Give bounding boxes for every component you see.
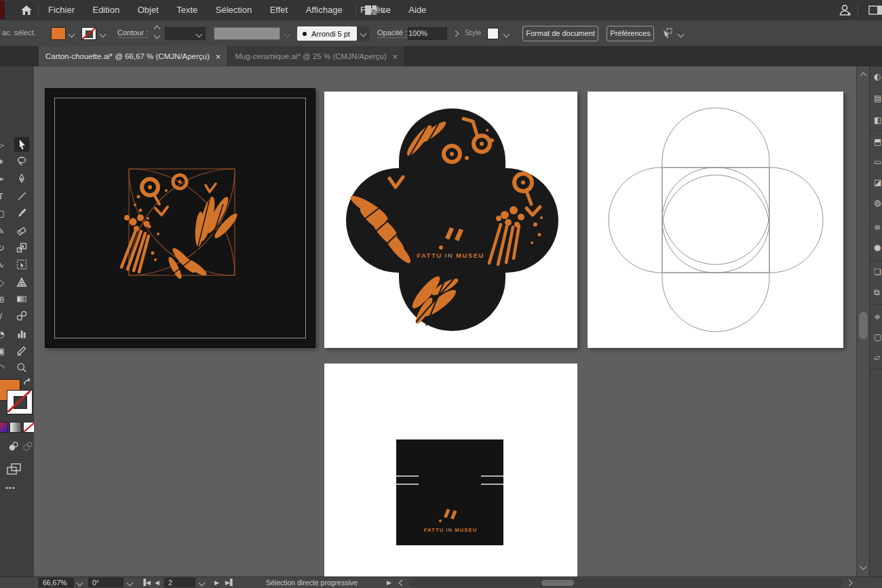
appearance-panel-icon[interactable]: ≡ <box>874 222 882 233</box>
opacity-label[interactable]: Opacité : <box>377 28 407 38</box>
transparency-panel-icon[interactable]: ◍ <box>874 198 882 209</box>
preferences-button[interactable]: Préférences <box>607 26 654 41</box>
artboard-1-carton-front[interactable] <box>45 88 315 348</box>
gradient-tool[interactable] <box>14 292 29 307</box>
stroke-color-swatch[interactable] <box>81 27 96 40</box>
fill-color-swatch[interactable] <box>51 27 66 40</box>
layers-panel-icon[interactable]: ❏ <box>874 267 882 278</box>
artboard-number-field[interactable]: 2 <box>164 578 195 587</box>
swatches-panel-icon[interactable]: ▤ <box>874 94 882 104</box>
scroll-up-icon[interactable] <box>860 73 867 79</box>
edit-toolbar-button[interactable]: ••• <box>5 484 16 492</box>
panel-toggle-icon[interactable] <box>868 5 882 18</box>
shape-builder-tool[interactable]: ◇ <box>0 275 8 290</box>
zoom-level-field[interactable]: 66,67% <box>39 578 74 587</box>
type-tool[interactable]: T <box>0 189 8 203</box>
horizontal-scrollbar[interactable] <box>408 579 843 587</box>
status-options-icon[interactable]: ▶ <box>387 577 391 588</box>
artboard-3-box-dieline[interactable] <box>588 92 843 348</box>
width-tool[interactable]: ∿ <box>0 257 8 272</box>
style-chevron-icon[interactable] <box>503 31 510 38</box>
brush-chevron-button[interactable] <box>357 26 370 41</box>
paintbrush-tool[interactable] <box>14 205 29 220</box>
next-artboard-icon[interactable]: ▶ <box>214 577 219 588</box>
tab-close-icon[interactable]: × <box>216 52 221 61</box>
color-mode-button[interactable] <box>0 422 8 433</box>
color-panel-icon[interactable]: ◐ <box>874 72 882 83</box>
hscroll-right-icon[interactable] <box>846 580 853 587</box>
contour-label[interactable]: Contour : <box>117 28 148 38</box>
hand-tool[interactable]: ◠ <box>0 360 8 375</box>
hscroll-left-icon[interactable] <box>399 580 406 587</box>
gradient-mode-button[interactable] <box>9 422 22 433</box>
transform-panel-icon[interactable]: ▱ <box>874 353 882 364</box>
artboard-2-box-printed[interactable]: FATTUINMUSEU <box>324 92 577 348</box>
canvas-area[interactable]: FATTUINMUSEU FA <box>34 66 856 576</box>
artboard-number-chevron-icon[interactable] <box>199 580 206 587</box>
menu-selection[interactable]: Sélection <box>208 0 259 20</box>
menu-objet[interactable]: Objet <box>130 0 166 20</box>
free-transform-tool[interactable] <box>14 257 29 272</box>
tab-mug-ceramique[interactable]: Mug-ceramique.ai* @ 25 % (CMJN/Aperçu) × <box>227 46 404 66</box>
workspace-switcher-icon[interactable] <box>365 5 377 18</box>
artboard-tool[interactable]: ▣ <box>0 343 8 358</box>
artboards-panel-icon[interactable]: ⧉ <box>874 288 882 298</box>
home-icon[interactable] <box>20 5 33 18</box>
menu-fichier[interactable]: Fichier <box>41 0 82 20</box>
stroke-width-stepper[interactable] <box>155 26 159 38</box>
menu-aide[interactable]: Aide <box>401 0 434 20</box>
variable-width-profile[interactable] <box>214 27 280 40</box>
zoom-tool[interactable] <box>14 360 29 375</box>
stroke-chevron-icon[interactable] <box>100 31 107 38</box>
gradient-panel-icon[interactable]: ◪ <box>874 178 882 189</box>
selection-tool[interactable] <box>14 137 29 152</box>
toolbar-stroke-swatch[interactable] <box>7 390 33 414</box>
rotate-tool[interactable]: ↻ <box>0 240 8 255</box>
eyedropper-tool[interactable]: ∕ <box>0 309 8 324</box>
last-artboard-icon[interactable]: ▶▌ <box>225 577 235 588</box>
curvature-tool[interactable] <box>14 172 29 187</box>
symbols-panel-icon[interactable]: ⬒ <box>874 137 882 148</box>
vertical-scroll-thumb[interactable] <box>859 312 868 339</box>
style-swatch[interactable] <box>487 28 499 39</box>
horizontal-scroll-thumb[interactable] <box>541 580 574 586</box>
align-panel-icon[interactable]: ≑ <box>874 312 882 323</box>
scale-tool[interactable] <box>14 240 29 255</box>
column-graph-tool[interactable] <box>14 326 29 341</box>
first-artboard-icon[interactable]: ▐◀ <box>141 577 151 588</box>
vertical-scrollbar[interactable] <box>856 66 870 576</box>
screen-mode-icon[interactable] <box>7 463 22 478</box>
brushes-panel-icon[interactable]: ◧ <box>874 115 882 126</box>
document-setup-button[interactable]: Format de document <box>522 26 598 41</box>
menu-edition[interactable]: Edition <box>85 0 127 20</box>
perspective-grid-tool[interactable] <box>14 275 29 290</box>
swap-fill-stroke-icon[interactable] <box>23 378 33 391</box>
lasso-tool[interactable] <box>14 154 29 169</box>
fill-chevron-icon[interactable] <box>69 31 75 38</box>
align-chevron-icon[interactable] <box>678 31 685 38</box>
draw-normal-mode-icon[interactable] <box>8 441 19 454</box>
rotation-chevron-icon[interactable] <box>127 580 134 587</box>
artboard-4-mug-wrap[interactable]: FATTUINMUSEU <box>324 364 577 576</box>
tab-close-icon[interactable]: × <box>393 52 398 61</box>
menu-effet[interactable]: Effet <box>263 0 296 20</box>
previous-artboard-icon[interactable]: ◀ <box>155 577 159 588</box>
none-mode-button[interactable] <box>23 422 35 433</box>
rectangle-tool[interactable]: ▢ <box>0 205 8 220</box>
opacity-field[interactable]: 100% <box>408 27 447 40</box>
rotation-field[interactable]: 0° <box>88 578 123 587</box>
tab-carton-chouette[interactable]: Carton-chouette.ai* @ 66,67 % (CMJN/Aper… <box>39 46 227 66</box>
mesh-tool[interactable]: ⊞ <box>0 292 8 307</box>
brush-definition-field[interactable]: Arrondi 5 pt <box>297 26 357 41</box>
symbol-sprayer-tool[interactable]: ◔ <box>0 326 8 341</box>
share-user-icon[interactable] <box>839 3 853 20</box>
align-options-icon[interactable] <box>661 27 674 42</box>
scroll-down-icon[interactable] <box>860 564 867 570</box>
zoom-chevron-icon[interactable] <box>77 580 83 587</box>
blend-tool[interactable] <box>14 309 29 324</box>
pencil-tool[interactable]: ✎ <box>0 223 8 238</box>
menu-affichage[interactable]: Affichage <box>299 0 350 20</box>
menu-texte[interactable]: Texte <box>169 0 205 20</box>
direct-selection-tool[interactable]: ▷ <box>0 137 8 152</box>
eraser-tool[interactable] <box>14 223 29 238</box>
